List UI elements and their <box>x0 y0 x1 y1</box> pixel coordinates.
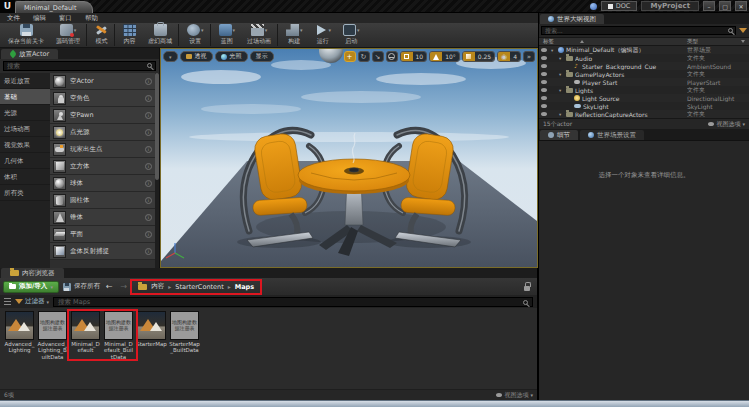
world-settings-tab[interactable]: 世界场景设置 <box>580 130 644 140</box>
rotation-snap-value[interactable]: 10° <box>442 52 459 61</box>
category-item[interactable]: 基础 <box>0 89 50 105</box>
place-actor-item[interactable]: 空角色 i <box>50 90 155 107</box>
visibility-eye-icon[interactable] <box>541 64 547 68</box>
project-name-button[interactable]: MyProject <box>641 1 699 11</box>
rotate-tool-button[interactable]: ↻ <box>358 51 370 62</box>
expand-arrow-icon[interactable]: ▾ <box>559 112 564 117</box>
content-browser-tab[interactable]: 内容浏览器 <box>1 268 64 278</box>
grid-snap-control[interactable]: 10 <box>400 51 428 62</box>
outliner-filter-icon[interactable] <box>739 28 747 33</box>
back-button[interactable]: ← <box>104 282 115 291</box>
lock-icon[interactable] <box>524 286 530 291</box>
viewport-3d-scene[interactable] <box>161 49 537 267</box>
asset-tile[interactable]: 地图构建数据注册表 Advanced_Lighting_BuiltData <box>37 311 68 360</box>
expand-arrow-icon[interactable]: ▾ <box>559 72 564 77</box>
asset-tile[interactable]: 地图构建数据注册表 StarterMap_BuiltData <box>169 311 200 354</box>
outliner-row[interactable]: ▾ Audio 文件夹 <box>539 54 749 62</box>
category-item[interactable]: 所有类 <box>0 185 50 201</box>
save-all-button[interactable]: 保存所有 <box>63 282 100 291</box>
category-item[interactable]: 体积 <box>0 169 50 185</box>
asset-tile[interactable]: StarterMap <box>136 311 167 347</box>
place-actor-item[interactable]: 空Pawn i <box>50 107 155 124</box>
filters-button[interactable]: 过滤器 ▾ <box>15 297 49 306</box>
level-tab[interactable]: Minimal_Default <box>15 1 93 13</box>
scale-snap-value[interactable]: 0.25 <box>475 52 494 61</box>
level-viewport[interactable]: ▾ 透视 光照 显示 + ↻ ↘ 10 10° 0.25 ◉ <box>160 48 538 268</box>
viewport-camera-menu[interactable]: 透视 <box>180 51 213 62</box>
asset-tile[interactable]: Minimal_Default <box>70 311 101 354</box>
place-actor-item[interactable]: 点光源 i <box>50 124 155 141</box>
menu-item[interactable]: 窗口 <box>59 14 72 23</box>
toolbar-button[interactable]: ▾ 虚幻商城 <box>142 24 179 46</box>
toolbar-button[interactable]: ▾ 构建 <box>280 24 309 46</box>
dropdown-arrow-icon[interactable]: ▾ <box>329 27 332 33</box>
camera-speed-icon[interactable]: ◉ <box>498 52 510 61</box>
menu-item[interactable]: 编辑 <box>33 14 46 23</box>
toolbar-button[interactable]: ▾ 保存当前关卡 <box>2 24 50 46</box>
menu-item[interactable]: 文件 <box>7 14 20 23</box>
place-actor-item[interactable]: 空Actor i <box>50 73 155 90</box>
rotation-snap-icon[interactable] <box>430 52 442 61</box>
toolbar-button[interactable]: ▾ 过场动画 <box>241 24 278 46</box>
camera-speed-value[interactable]: 4 <box>510 52 520 61</box>
visibility-eye-icon[interactable] <box>541 72 547 76</box>
world-outliner-tab[interactable]: 世界大纲视图 <box>540 14 604 24</box>
visibility-eye-icon[interactable] <box>541 104 547 108</box>
dropdown-arrow-icon[interactable]: ▾ <box>265 27 268 33</box>
breadcrumb-folder[interactable]: StarterContent <box>175 283 223 291</box>
move-tool-button[interactable]: + <box>344 51 356 62</box>
type-filter-icon[interactable] <box>741 40 745 43</box>
place-actor-item[interactable]: 盒体反射捕捉 i <box>50 243 155 260</box>
visibility-eye-icon[interactable] <box>541 96 547 100</box>
scale-snap-icon[interactable] <box>463 52 475 61</box>
add-import-button[interactable]: 添加/导入 ▾ <box>3 281 59 293</box>
outliner-row[interactable]: ▾ GamePlayActors 文件夹 <box>539 70 749 78</box>
grid-snap-icon[interactable] <box>401 52 413 61</box>
category-item[interactable]: 过场动画 <box>0 121 50 137</box>
cb-view-options-button[interactable]: 视图选项 ▾ <box>496 391 533 400</box>
visibility-eye-icon[interactable] <box>541 80 547 84</box>
outliner-search-input[interactable] <box>541 26 736 35</box>
outliner-row[interactable]: Light Source DirectionalLight <box>539 94 749 102</box>
outliner-row[interactable]: ▾ ReflectionCaptureActors 文件夹 <box>539 110 749 118</box>
maximize-button[interactable]: ▢ <box>719 1 731 11</box>
place-actor-item[interactable]: 平面 i <box>50 226 155 243</box>
dropdown-arrow-icon[interactable]: ▾ <box>300 27 303 33</box>
place-actors-search-input[interactable] <box>3 61 156 71</box>
expand-arrow-icon[interactable]: ▾ <box>559 56 564 61</box>
breadcrumb-current[interactable]: Maps <box>235 283 254 291</box>
sources-panel-toggle-icon[interactable] <box>4 298 11 305</box>
type-column-header[interactable]: 类型 <box>687 38 698 45</box>
outliner-view-options-button[interactable]: 视图选项 ▾ <box>708 120 745 129</box>
dropdown-arrow-icon[interactable]: ▾ <box>233 27 236 33</box>
scale-tool-button[interactable]: ↘ <box>372 51 384 62</box>
category-item[interactable]: 视觉效果 <box>0 137 50 153</box>
minimize-button[interactable]: – <box>703 1 715 11</box>
viewport-viewmode-menu[interactable]: 光照 <box>215 51 248 62</box>
feedback-icon[interactable] <box>590 3 597 10</box>
label-column-header[interactable]: 标签 <box>543 38 554 45</box>
place-actor-item[interactable]: 立方体 i <box>50 158 155 175</box>
scrollbar[interactable] <box>155 73 159 268</box>
camera-speed-control[interactable]: ◉ 4 <box>497 51 521 62</box>
visibility-eye-icon[interactable] <box>541 112 547 116</box>
dropdown-arrow-icon[interactable]: ▾ <box>201 27 204 33</box>
rotation-snap-control[interactable]: 10° <box>429 51 460 62</box>
category-item[interactable]: 几何体 <box>0 153 50 169</box>
place-actor-item[interactable]: 锥体 i <box>50 209 155 226</box>
toolbar-button[interactable]: ▾ 内容 <box>117 24 142 46</box>
visibility-eye-icon[interactable] <box>541 88 547 92</box>
asset-tile[interactable]: Advanced_Lighting <box>4 311 35 354</box>
expand-arrow-icon[interactable]: ▾ <box>559 88 564 93</box>
outliner-row[interactable]: ▾ Lights 文件夹 <box>539 86 749 94</box>
maximize-viewport-button[interactable]: » <box>523 51 535 62</box>
dropdown-arrow-icon[interactable]: ▾ <box>357 27 360 33</box>
scale-snap-control[interactable]: 0.25 <box>462 51 495 62</box>
toolbar-button[interactable]: ▾ 模式 <box>89 24 115 46</box>
scrollbar-thumb[interactable] <box>155 73 159 180</box>
toolbar-button[interactable]: ▾ 启动 <box>337 24 366 46</box>
viewport-show-menu[interactable]: 显示 <box>250 51 274 62</box>
dropdown-arrow-icon[interactable]: ▾ <box>74 27 77 33</box>
toolbar-button[interactable]: ▾ 设置 <box>181 24 211 46</box>
toolbar-button[interactable]: ▾ 运行 <box>309 24 338 46</box>
